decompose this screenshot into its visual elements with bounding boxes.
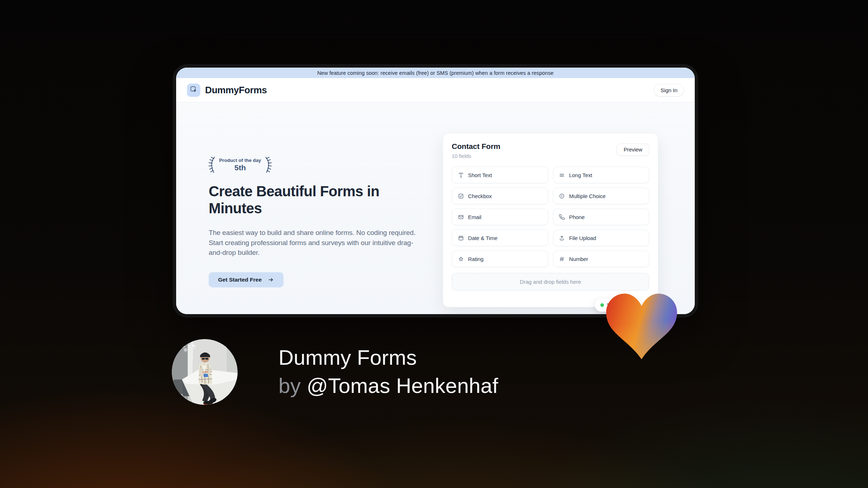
app-window: New feature coming soon: receive emails …: [176, 68, 695, 314]
field-type-label: File Upload: [569, 235, 596, 241]
field-type-label: Rating: [468, 256, 484, 262]
field-type-long-text[interactable]: Long Text: [553, 167, 650, 183]
caption-title: Dummy Forms: [278, 343, 498, 372]
file-upload-icon: [559, 235, 565, 241]
multiple-choice-icon: [559, 193, 565, 199]
preview-button[interactable]: Preview: [617, 144, 649, 156]
field-type-label: Date & Time: [468, 235, 497, 241]
field-type-label: Phone: [569, 214, 585, 220]
field-type-grid: Short TextLong TextCheckboxMultiple Choi…: [452, 167, 649, 267]
field-type-number[interactable]: Number: [553, 251, 650, 267]
form-title: Contact Form: [452, 142, 617, 151]
date-time-icon: [458, 235, 464, 241]
caption-author: @Tomas Henkenhaf: [307, 374, 498, 397]
sign-in-button[interactable]: Sign In: [654, 84, 684, 97]
form-field-count: 10 fields: [452, 153, 617, 159]
arrow-right-icon: [268, 277, 274, 283]
field-type-label: Multiple Choice: [569, 193, 606, 199]
field-type-label: Short Text: [468, 172, 492, 178]
promo-canvas: New feature coming soon: receive emails …: [0, 0, 868, 488]
drag-drop-text: Drag and drop fields here: [520, 279, 581, 285]
award-text: Product of the day 5th: [219, 158, 261, 172]
announcement-text: New feature coming soon: receive emails …: [317, 70, 553, 76]
number-icon: [559, 256, 565, 262]
online-dot-icon: [600, 303, 604, 307]
app-header: DummyForms Sign In: [176, 78, 695, 102]
field-type-phone[interactable]: Phone: [553, 209, 650, 225]
long-text-icon: [559, 172, 565, 178]
drag-drop-zone[interactable]: Drag and drop fields here: [452, 273, 649, 291]
gradient-heart-icon: [606, 294, 677, 361]
rating-icon: [458, 256, 464, 262]
caption-by: by: [278, 374, 301, 397]
dashed-selection-cursor-icon: [190, 86, 197, 95]
field-type-label: Checkbox: [468, 193, 492, 199]
field-type-date-time[interactable]: Date & Time: [452, 230, 548, 246]
checkbox-icon: [458, 193, 464, 199]
product-of-the-day-badge: Product of the day 5th: [207, 155, 426, 174]
cta-label: Get Started Free: [218, 277, 262, 283]
field-type-multiple-choice[interactable]: Multiple Choice: [553, 188, 650, 204]
field-type-short-text[interactable]: Short Text: [452, 167, 548, 183]
hero-heading: Create Beautiful Forms in Minutes: [209, 183, 415, 217]
laurel-branch-icon: [207, 155, 216, 174]
announcement-banner: New feature coming soon: receive emails …: [176, 68, 695, 78]
field-type-label: Long Text: [569, 172, 592, 178]
form-builder-card: Contact Form 10 fields Preview Short Tex…: [443, 133, 658, 307]
short-text-icon: [458, 172, 464, 178]
field-type-label: Email: [468, 214, 481, 220]
email-icon: [458, 214, 464, 220]
hero-subheading: The easiest way to build and share onlin…: [209, 228, 426, 258]
award-label: Product of the day: [219, 158, 261, 163]
phone-icon: [559, 214, 565, 220]
hero-section: Product of the day 5th Create Beautiful …: [176, 102, 695, 314]
award-rank: 5th: [219, 163, 261, 172]
hero-left-column: Product of the day 5th Create Beautiful …: [209, 155, 426, 287]
caption: Dummy Forms by @Tomas Henkenhaf: [278, 343, 498, 400]
field-type-file-upload[interactable]: File Upload: [553, 230, 650, 246]
author-photo-avatar: [172, 339, 238, 405]
field-type-checkbox[interactable]: Checkbox: [452, 188, 548, 204]
field-type-rating[interactable]: Rating: [452, 251, 548, 267]
laurel-branch-icon: [264, 155, 273, 174]
field-type-email[interactable]: Email: [452, 209, 548, 225]
field-type-label: Number: [569, 256, 588, 262]
brand-name: DummyForms: [205, 85, 267, 96]
caption-author-line: by @Tomas Henkenhaf: [278, 372, 498, 400]
brand-logo: [187, 84, 200, 97]
get-started-button[interactable]: Get Started Free: [209, 272, 284, 287]
